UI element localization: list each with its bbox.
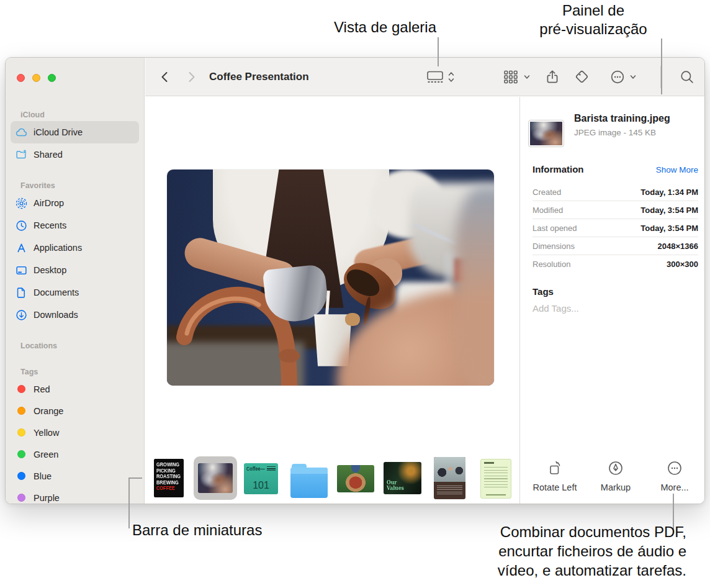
sidebar-section-tags: Tags Red Orange Yellow Green — [6, 366, 144, 504]
finder-window: iCloud iCloud Drive — [5, 57, 705, 504]
more-actions-button[interactable]: More... — [645, 459, 704, 492]
sidebar-item-label: Applications — [34, 243, 82, 253]
forward-button[interactable] — [184, 58, 199, 96]
chevron-right-icon — [190, 73, 194, 81]
callout-line-thumbnail-bar-vertical — [128, 477, 130, 528]
group-button[interactable] — [502, 58, 531, 96]
callout-line-thumbnail-bar-horizontal — [128, 477, 142, 479]
sidebar-section-locations: Locations — [6, 340, 144, 352]
gallery-view-icon — [426, 69, 444, 85]
thumbnail-receipt[interactable] — [480, 459, 511, 499]
content-area: GROWING PICKING ROASTING BREWING COFFEE … — [145, 97, 519, 504]
preview-file-meta: JPEG image - 145 KB — [574, 128, 656, 137]
sidebar-item-label: Purple — [34, 493, 60, 503]
tag-icon — [574, 69, 590, 85]
receipt-footer-line — [486, 494, 506, 495]
gallery-preview-photo[interactable] — [167, 170, 494, 386]
callout-thumbnail-bar: Barra de miniaturas — [132, 521, 262, 540]
rotate-left-icon — [546, 459, 564, 477]
sidebar-item-label: AirDrop — [34, 198, 64, 208]
applications-icon — [14, 241, 28, 255]
search-button[interactable] — [679, 58, 695, 96]
sidebar-header-favorites: Favorites — [6, 179, 144, 192]
thumbnail-coffee-poster[interactable]: GROWING PICKING ROASTING BREWING COFFEE — [154, 459, 184, 497]
poster-text-line: COFFEE — [156, 485, 176, 491]
tag-color-dot — [17, 450, 25, 458]
sidebar-item-downloads[interactable]: Downloads — [11, 304, 139, 326]
sidebar-item-icloud-drive[interactable]: iCloud Drive — [11, 121, 139, 143]
tag-color-dot — [17, 472, 25, 480]
sidebar-header-icloud: iCloud — [6, 109, 144, 121]
sidebar-item-label: Orange — [34, 406, 63, 416]
add-tags-field[interactable]: Add Tags... — [532, 303, 579, 314]
sidebar-section-favorites: Favorites AirDrop — [6, 179, 144, 326]
markup-button[interactable]: Markup — [586, 459, 645, 492]
sidebar-item-tag-purple[interactable]: Purple — [11, 487, 139, 504]
thumbnail-coffee-cherries-photo[interactable] — [337, 465, 374, 492]
thumbnail-coffee-101-card[interactable]: Coffee— 101 — [244, 463, 278, 494]
group-icon — [502, 69, 519, 85]
sidebar-item-desktop[interactable]: Desktop — [11, 259, 139, 281]
information-header: Information — [532, 164, 584, 174]
photo-shape-biscuit — [345, 313, 360, 326]
sidebar-item-label: Downloads — [34, 310, 78, 320]
ellipsis-circle-icon — [609, 69, 626, 85]
gallery-view-button[interactable] — [426, 58, 456, 96]
callout-preview-pane: Painel de pré-visualização — [515, 1, 672, 38]
tag-color-dot — [17, 407, 25, 415]
sidebar-item-recents[interactable]: Recents — [11, 214, 139, 237]
receipt-text-lines — [484, 467, 508, 489]
sidebar: iCloud iCloud Drive — [6, 58, 145, 504]
thumbnail-our-values-card[interactable]: Our Values — [384, 462, 421, 494]
share-button[interactable] — [544, 58, 560, 96]
sidebar-item-airdrop[interactable]: AirDrop — [11, 192, 139, 214]
window-title: Coffee Presentation — [209, 58, 309, 96]
thumbnail-brochure[interactable] — [434, 457, 465, 499]
sidebar-item-tag-blue[interactable]: Blue — [11, 465, 139, 487]
photo-shape-blurred-forearm — [455, 187, 494, 386]
show-more-link[interactable]: Show More — [656, 165, 698, 174]
callout-line-preview-pane — [661, 38, 662, 94]
sidebar-item-shared[interactable]: Shared — [11, 143, 139, 166]
brochure-photo — [434, 457, 465, 482]
sidebar-item-label: iCloud Drive — [34, 127, 83, 137]
sidebar-item-tag-red[interactable]: Red — [11, 378, 139, 400]
sidebar-item-applications[interactable]: Applications — [11, 237, 139, 259]
close-window-button[interactable] — [17, 74, 25, 82]
callout-more-line2: encurtar ficheiros de áudio e — [391, 541, 686, 561]
callout-preview-line1: Painel de — [515, 1, 672, 20]
card-text-lines — [267, 466, 276, 471]
sidebar-item-documents[interactable]: Documents — [11, 281, 139, 304]
back-button[interactable] — [158, 58, 173, 96]
document-icon — [14, 286, 28, 299]
sidebar-item-label: Documents — [34, 287, 79, 297]
sidebar-item-tag-yellow[interactable]: Yellow — [11, 422, 139, 443]
search-icon — [679, 69, 695, 85]
figure-canvas: Vista de galeria Painel de pré-visualiza… — [0, 0, 710, 588]
sidebar-header-locations: Locations — [6, 340, 144, 352]
thumbnail-folder[interactable] — [290, 463, 328, 498]
tag-color-dot — [17, 428, 25, 436]
callout-gallery-view: Vista de galeria — [334, 18, 436, 37]
sidebar-item-tag-green[interactable]: Green — [11, 443, 139, 465]
callout-more-actions: Combinar documentos PDF, encurtar fichei… — [391, 522, 686, 580]
receipt-title-line — [484, 462, 494, 464]
chevron-left-icon — [163, 73, 167, 81]
info-row-dimensions: Dimensions 2048×1366 — [532, 237, 698, 255]
callout-more-line3: vídeo, e automatizar tarefas. — [391, 561, 686, 580]
desktop-icon — [14, 263, 28, 277]
brochure-text-lines — [437, 486, 462, 495]
zoom-window-button[interactable] — [48, 74, 56, 82]
downloads-icon — [14, 308, 28, 322]
up-down-chevrons-icon — [447, 69, 456, 85]
preview-pane: Barista training.jpeg JPEG image - 145 K… — [519, 97, 704, 504]
rotate-left-button[interactable]: Rotate Left — [525, 459, 585, 492]
thumbnail-barista-photo-selected[interactable] — [198, 463, 233, 493]
info-row-created: Created Today, 1:34 PM — [532, 183, 698, 201]
sidebar-item-tag-orange[interactable]: Orange — [11, 400, 139, 422]
info-rows: Created Today, 1:34 PM Modified Today, 3… — [532, 183, 698, 273]
more-toolbar-button[interactable] — [609, 58, 637, 96]
info-row-last-opened: Last opened Today, 3:54 PM — [532, 219, 698, 237]
minimize-window-button[interactable] — [32, 74, 40, 82]
tags-button[interactable] — [574, 58, 590, 96]
